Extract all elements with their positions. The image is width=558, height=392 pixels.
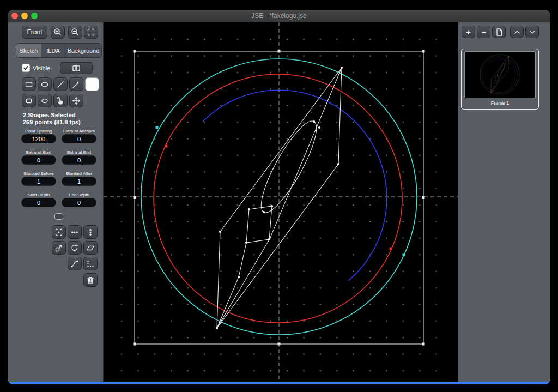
zoom-in-button[interactable] <box>51 26 65 39</box>
logo-polygon-1[interactable] <box>246 206 272 243</box>
ellipse-tool-button[interactable] <box>38 77 52 91</box>
frame-item[interactable]: Frame 1 <box>461 49 539 110</box>
pen-tool-button[interactable] <box>69 77 83 91</box>
logo-polygon-0[interactable] <box>217 68 342 328</box>
trash-icon <box>86 275 95 285</box>
minus-icon: − <box>481 28 486 36</box>
frame-down-button[interactable] <box>525 26 539 38</box>
anchor-point[interactable] <box>219 231 221 233</box>
point-spacing-field[interactable] <box>21 134 56 143</box>
start-depth-label: Start Depth <box>21 192 57 197</box>
corner-points-button[interactable] <box>83 257 98 270</box>
rounded-rectangle-tool-button[interactable] <box>22 94 36 107</box>
blanked-before-field[interactable] <box>21 177 56 186</box>
tab-background[interactable]: Background <box>65 44 101 57</box>
anchor-point[interactable] <box>271 205 273 207</box>
selection-handle[interactable] <box>278 343 281 346</box>
blanked-after-field[interactable] <box>62 177 96 186</box>
mirror-preview-button[interactable] <box>60 62 93 74</box>
mini-toggle[interactable] <box>54 213 63 220</box>
shear-button[interactable] <box>83 241 98 255</box>
circle-tool-button[interactable] <box>38 94 52 107</box>
rotate-icon <box>70 243 80 253</box>
anchor-point[interactable] <box>313 120 315 123</box>
blue-arc[interactable] <box>489 59 515 86</box>
anchor-point[interactable] <box>337 163 339 165</box>
hand-tool-button[interactable] <box>53 94 68 107</box>
anchor-point[interactable] <box>245 242 247 244</box>
rectangle-tool-button[interactable] <box>22 77 36 91</box>
move-tool-button[interactable] <box>69 94 83 107</box>
logo-ellipse[interactable] <box>252 115 325 218</box>
chevron-down-icon <box>527 27 537 37</box>
anchor-point[interactable] <box>341 67 343 69</box>
scene-svg[interactable] <box>104 22 458 382</box>
delete-button[interactable] <box>83 273 98 287</box>
extra-at-start-field[interactable] <box>21 155 56 165</box>
extra-at-start-label: Extra at Start <box>21 150 57 155</box>
path-start-marker[interactable] <box>165 145 168 148</box>
tab-sketch[interactable]: Sketch <box>16 44 41 57</box>
magnifier-plus-icon <box>53 27 63 37</box>
logo-ellipse[interactable] <box>496 63 506 77</box>
extra-at-anchors-field[interactable] <box>62 134 96 143</box>
scale-button[interactable] <box>52 241 66 255</box>
color-swatch-button[interactable] <box>85 77 99 91</box>
blue-arc[interactable] <box>203 90 387 280</box>
selection-handle[interactable] <box>422 50 425 53</box>
tab-ilda[interactable]: ILDA <box>41 44 65 57</box>
selection-handle[interactable] <box>278 50 281 53</box>
path-start-marker[interactable] <box>390 248 392 250</box>
ellipse-icon <box>40 80 50 89</box>
fit-view-button[interactable] <box>84 26 98 39</box>
remove-frame-button[interactable]: − <box>477 26 490 38</box>
selection-handle[interactable] <box>422 343 425 346</box>
smooth-curve-button[interactable] <box>68 257 82 270</box>
tab-ilda-label: ILDA <box>46 47 59 54</box>
line-tool-button[interactable] <box>53 77 68 91</box>
zoom-out-button[interactable] <box>68 26 82 39</box>
center-icon <box>54 227 64 237</box>
cyan-circle[interactable] <box>480 55 520 94</box>
frame-up-button[interactable] <box>510 26 524 38</box>
anchor-point[interactable] <box>318 126 320 129</box>
visible-label: Visible <box>33 65 50 71</box>
path-start-marker[interactable] <box>156 126 159 129</box>
rotate-button[interactable] <box>68 241 82 255</box>
anchor-point[interactable] <box>263 211 265 213</box>
mode-tabs: Sketch ILDA Background <box>16 43 102 58</box>
front-view-button[interactable]: Front <box>22 26 47 39</box>
smooth-curve-icon <box>70 259 80 269</box>
title-bar[interactable]: JSE - *fakelogo.jse <box>8 10 550 22</box>
anchor-point[interactable] <box>268 238 270 240</box>
center-horizontal-button[interactable] <box>68 225 82 239</box>
circle-icon <box>40 96 50 106</box>
logo-polyline-0[interactable] <box>491 56 509 93</box>
logo-polygon-0[interactable] <box>491 56 509 93</box>
logo-polygon-1[interactable] <box>495 76 499 81</box>
red-circle[interactable] <box>482 57 518 93</box>
duplicate-frame-button[interactable] <box>492 26 506 38</box>
end-depth-field[interactable] <box>62 198 96 207</box>
visible-checkbox[interactable] <box>22 64 30 72</box>
anchor-point[interactable] <box>216 327 218 329</box>
selection-handle[interactable] <box>134 50 136 53</box>
center-button[interactable] <box>52 225 66 239</box>
red-circle[interactable] <box>154 74 402 323</box>
logo-polyline-0[interactable] <box>217 68 342 328</box>
extra-at-anchors-label: Extra at Anchors <box>61 129 97 134</box>
path-start-marker[interactable] <box>403 254 405 256</box>
selection-handle[interactable] <box>134 196 136 199</box>
bottom-accent-bar <box>8 382 550 384</box>
add-frame-button[interactable]: + <box>462 26 475 38</box>
scale-icon <box>54 243 64 253</box>
center-vertical-button[interactable] <box>83 225 98 239</box>
start-depth-field[interactable] <box>21 198 56 207</box>
extra-at-end-field[interactable] <box>62 155 96 165</box>
drawing-canvas[interactable] <box>104 22 458 382</box>
anchor-point[interactable] <box>248 208 250 210</box>
frame-thumbnail-svg <box>465 52 535 97</box>
selection-handle[interactable] <box>422 196 425 199</box>
selection-handle[interactable] <box>134 343 136 346</box>
anchor-point[interactable] <box>238 276 240 278</box>
